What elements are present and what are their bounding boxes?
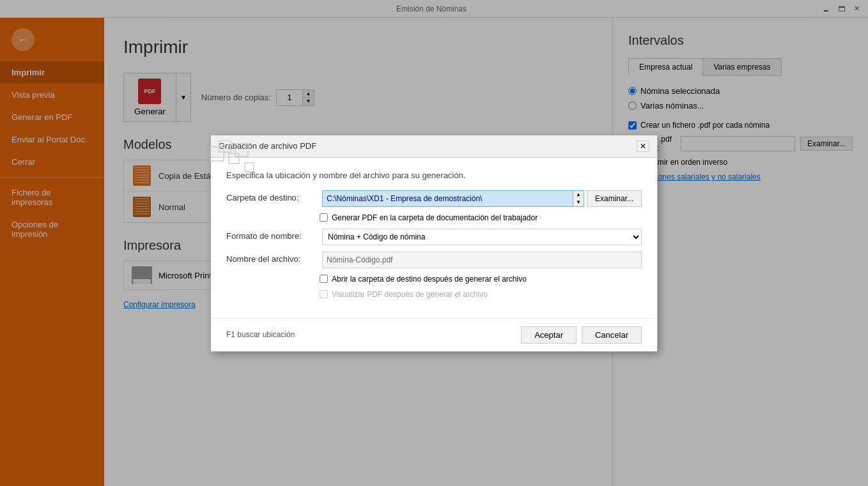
- modal-description: Especifica la ubicación y nombre del arc…: [226, 171, 642, 180]
- carpeta-row: Carpeta de destino: ▲ ▼ Examinar...: [226, 190, 642, 207]
- cancelar-button[interactable]: Cancelar: [582, 326, 642, 344]
- carpeta-examinar-button[interactable]: Examinar...: [587, 190, 642, 207]
- modal-overlay: Grabación de archivo PDF ✕ Especifica la…: [0, 0, 868, 486]
- carpeta-scroll-up[interactable]: ▲: [573, 191, 584, 199]
- check-generar-pdf-modal[interactable]: [320, 213, 328, 222]
- carpeta-control-group: ▲ ▼ Examinar...: [322, 190, 642, 207]
- modal-body: Especifica la ubicación y nombre del arc…: [211, 158, 657, 318]
- check-visualizar-modal-label: Visualizar PDF después de generar el arc…: [332, 290, 488, 299]
- modal-title: Grabación de archivo PDF: [219, 141, 316, 151]
- carpeta-scroll: ▲ ▼: [573, 191, 584, 206]
- nombre-row: Nombre del archivo:: [226, 252, 642, 268]
- modal-close-button[interactable]: ✕: [637, 140, 649, 152]
- nombre-label: Nombre del archivo:: [226, 252, 316, 264]
- carpeta-input[interactable]: [323, 191, 573, 206]
- nombre-input: [322, 252, 642, 268]
- check-abrir-modal-label: Abrir la carpeta de destino después de g…: [332, 275, 527, 284]
- modal-footer: F1 buscar ubicación Aceptar Cancelar: [211, 318, 657, 351]
- check-generar-pdf-row: Generar PDF en la carpeta de documentaci…: [226, 213, 642, 222]
- formato-select[interactable]: Nómina + Código de nómina Nómina + Nombr…: [322, 229, 642, 245]
- check-visualizar-row: Visualizar PDF después de generar el arc…: [226, 290, 642, 299]
- check-abrir-modal[interactable]: [320, 275, 328, 283]
- modal-dialog: Grabación de archivo PDF ✕ Especifica la…: [210, 135, 658, 352]
- aceptar-button[interactable]: Aceptar: [521, 326, 577, 344]
- formato-control-group: Nómina + Código de nómina Nómina + Nombr…: [322, 229, 642, 245]
- formato-row: Formato de nombre: Nómina + Código de nó…: [226, 229, 642, 245]
- formato-label: Formato de nombre:: [226, 229, 316, 241]
- nombre-control-group: [322, 252, 642, 268]
- modal-buttons: Aceptar Cancelar: [521, 326, 642, 344]
- carpeta-label: Carpeta de destino:: [226, 190, 316, 202]
- check-generar-pdf-modal-label: Generar PDF en la carpeta de documentaci…: [332, 213, 538, 222]
- check-abrir-row: Abrir la carpeta de destino después de g…: [226, 275, 642, 284]
- f1-hint: F1 buscar ubicación: [226, 330, 295, 339]
- carpeta-scroll-down[interactable]: ▼: [573, 199, 584, 206]
- carpeta-input-wrapper: ▲ ▼: [322, 190, 584, 207]
- check-visualizar-modal[interactable]: [320, 290, 328, 298]
- modal-header: Grabación de archivo PDF ✕: [211, 135, 657, 158]
